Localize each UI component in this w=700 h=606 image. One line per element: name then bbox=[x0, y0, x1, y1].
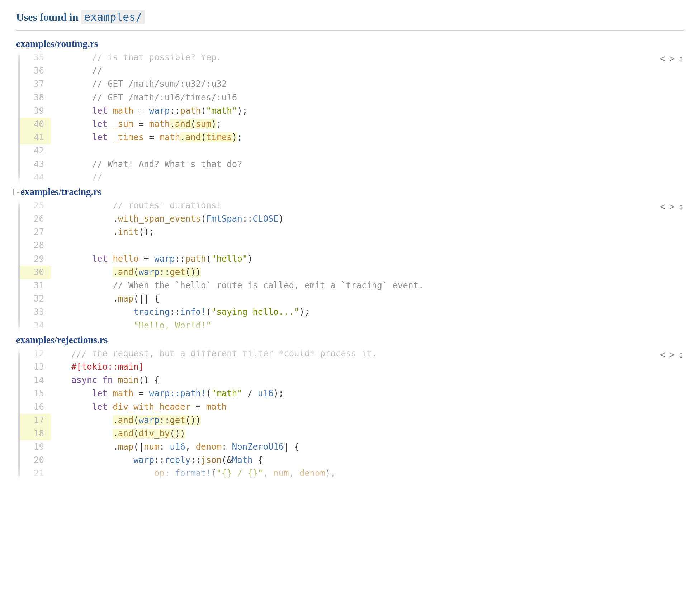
line-number[interactable]: 39 bbox=[20, 104, 51, 118]
code-line: 29 let hello = warp::path("hello") bbox=[20, 252, 684, 266]
code-line: 13 #[tokio::main] bbox=[20, 360, 684, 374]
line-number[interactable]: 20 bbox=[20, 454, 51, 467]
file-title[interactable]: examples/tracing.rs bbox=[20, 184, 101, 199]
prev-match-button[interactable]: < bbox=[660, 349, 666, 360]
code-line: 38 // GET /math/:u16/times/:u16 bbox=[20, 91, 684, 104]
code-line: 25 // routes' durations! bbox=[20, 199, 684, 212]
line-number[interactable]: 19 bbox=[20, 440, 51, 454]
code-line: 37 // GET /math/sum/:u32/:u32 bbox=[20, 77, 684, 91]
code-content[interactable]: // routes' durations! bbox=[51, 199, 684, 212]
code-content[interactable]: .init(); bbox=[51, 226, 684, 239]
code-line: 16 let div_with_header = math bbox=[20, 401, 684, 414]
line-number[interactable]: 28 bbox=[20, 239, 51, 252]
code-content[interactable] bbox=[51, 144, 684, 157]
code-line: 43 // What! And? What's that do? bbox=[20, 158, 684, 171]
nav-controls: <>↕ bbox=[660, 201, 684, 212]
code-content[interactable]: .and(warp::get()) bbox=[51, 414, 684, 427]
code-content[interactable]: .with_span_events(FmtSpan::CLOSE) bbox=[51, 212, 684, 226]
code-line: 14 async fn main() { bbox=[20, 374, 684, 387]
header-path: examples/ bbox=[81, 10, 145, 24]
code-content[interactable]: let _times = math.and(times); bbox=[51, 131, 684, 144]
line-number[interactable]: 42 bbox=[20, 144, 51, 157]
line-number[interactable]: 40 bbox=[20, 118, 51, 131]
code-line: 12 /// the request, but a different filt… bbox=[20, 347, 684, 360]
file-title[interactable]: examples/routing.rs bbox=[16, 36, 98, 51]
line-number[interactable]: 26 bbox=[20, 212, 51, 226]
code-content[interactable]: /// the request, but a different filter … bbox=[51, 347, 684, 360]
code-content[interactable]: warp::reply::json(&Math { bbox=[51, 454, 684, 467]
code-content[interactable]: // is that possible? Yep. bbox=[51, 51, 684, 64]
code-content[interactable]: let div_with_header = math bbox=[51, 401, 684, 414]
prev-match-button[interactable]: < bbox=[660, 53, 666, 64]
code-content[interactable]: .map(|| { bbox=[51, 292, 684, 306]
code-content[interactable]: // When the `hello` route is called, emi… bbox=[51, 279, 684, 292]
fold-toggle-button[interactable]: ↕ bbox=[678, 201, 684, 212]
code-content[interactable]: "Hello, World!" bbox=[51, 319, 684, 332]
file-block: examples/routing.rs<>↕35 // is that poss… bbox=[16, 36, 684, 184]
code-line: 28 bbox=[20, 239, 684, 252]
line-number[interactable]: 35 bbox=[20, 51, 51, 64]
line-number[interactable]: 41 bbox=[20, 131, 51, 144]
line-number[interactable]: 17 bbox=[20, 414, 51, 427]
nav-controls: <>↕ bbox=[660, 349, 684, 360]
line-number[interactable]: 25 bbox=[20, 199, 51, 212]
code-content[interactable]: // GET /math/:u16/times/:u16 bbox=[51, 91, 684, 104]
code-content[interactable]: // GET /math/sum/:u32/:u32 bbox=[51, 77, 684, 91]
prev-match-button[interactable]: < bbox=[660, 201, 666, 212]
code-lines: 25 // routes' durations!26 .with_span_ev… bbox=[18, 199, 684, 332]
code-line: 20 warp::reply::json(&Math { bbox=[20, 454, 684, 467]
code-content[interactable]: .and(div_by()) bbox=[51, 427, 684, 440]
code-content[interactable]: let math = warp::path!("math" / u16); bbox=[51, 387, 684, 400]
code-line: 30 .and(warp::get()) bbox=[20, 266, 684, 279]
file-block: [-]examples/tracing.rs<>↕25 // routes' d… bbox=[16, 184, 684, 332]
line-number[interactable]: 15 bbox=[20, 387, 51, 400]
next-match-button[interactable]: > bbox=[669, 201, 675, 212]
fold-toggle-button[interactable]: ↕ bbox=[678, 53, 684, 64]
code-content[interactable]: .map(|num: u16, denom: NonZeroU16| { bbox=[51, 440, 684, 454]
code-content[interactable]: let math = warp::path("math"); bbox=[51, 104, 684, 118]
code-content[interactable] bbox=[51, 239, 684, 252]
code-line: 18 .and(div_by()) bbox=[20, 427, 684, 440]
code-content[interactable]: // bbox=[51, 171, 684, 184]
code-content[interactable]: // bbox=[51, 64, 684, 77]
line-number[interactable]: 21 bbox=[20, 467, 51, 480]
line-number[interactable]: 33 bbox=[20, 306, 51, 319]
code-content[interactable]: tracing::info!("saying hello..."); bbox=[51, 306, 684, 319]
code-content[interactable]: // What! And? What's that do? bbox=[51, 158, 684, 171]
line-number[interactable]: 31 bbox=[20, 279, 51, 292]
code-content[interactable]: let _sum = math.and(sum); bbox=[51, 118, 684, 131]
line-number[interactable]: 34 bbox=[20, 319, 51, 332]
line-number[interactable]: 18 bbox=[20, 427, 51, 440]
code-line: 21 op: format!("{} / {}", num, denom), bbox=[20, 467, 684, 480]
line-number[interactable]: 16 bbox=[20, 401, 51, 414]
file-block: examples/rejections.rs<>↕12 /// the requ… bbox=[16, 332, 684, 480]
line-number[interactable]: 14 bbox=[20, 374, 51, 387]
line-number[interactable]: 37 bbox=[20, 77, 51, 91]
next-match-button[interactable]: > bbox=[669, 349, 675, 360]
line-number[interactable]: 13 bbox=[20, 360, 51, 374]
section-header: Uses found in examples/ bbox=[16, 11, 684, 31]
line-number[interactable]: 30 bbox=[20, 266, 51, 279]
next-match-button[interactable]: > bbox=[669, 53, 675, 64]
code-line: 26 .with_span_events(FmtSpan::CLOSE) bbox=[20, 212, 684, 226]
code-lines: 12 /// the request, but a different filt… bbox=[18, 347, 684, 480]
line-number[interactable]: 44 bbox=[20, 171, 51, 184]
line-number[interactable]: 27 bbox=[20, 226, 51, 239]
file-title[interactable]: examples/rejections.rs bbox=[16, 332, 108, 347]
line-number[interactable]: 36 bbox=[20, 64, 51, 77]
code-content[interactable]: op: format!("{} / {}", num, denom), bbox=[51, 467, 684, 480]
code-content[interactable]: let hello = warp::path("hello") bbox=[51, 252, 684, 266]
code-content[interactable]: .and(warp::get()) bbox=[51, 266, 684, 279]
line-number[interactable]: 32 bbox=[20, 292, 51, 306]
code-content[interactable]: #[tokio::main] bbox=[51, 360, 684, 374]
code-line: 19 .map(|num: u16, denom: NonZeroU16| { bbox=[20, 440, 684, 454]
code-line: 42 bbox=[20, 144, 684, 157]
line-number[interactable]: 12 bbox=[20, 347, 51, 360]
line-number[interactable]: 38 bbox=[20, 91, 51, 104]
collapse-button[interactable]: [-] bbox=[11, 187, 18, 196]
code-content[interactable]: async fn main() { bbox=[51, 374, 684, 387]
line-number[interactable]: 43 bbox=[20, 158, 51, 171]
line-number[interactable]: 29 bbox=[20, 252, 51, 266]
code-line: 17 .and(warp::get()) bbox=[20, 414, 684, 427]
fold-toggle-button[interactable]: ↕ bbox=[678, 349, 684, 360]
